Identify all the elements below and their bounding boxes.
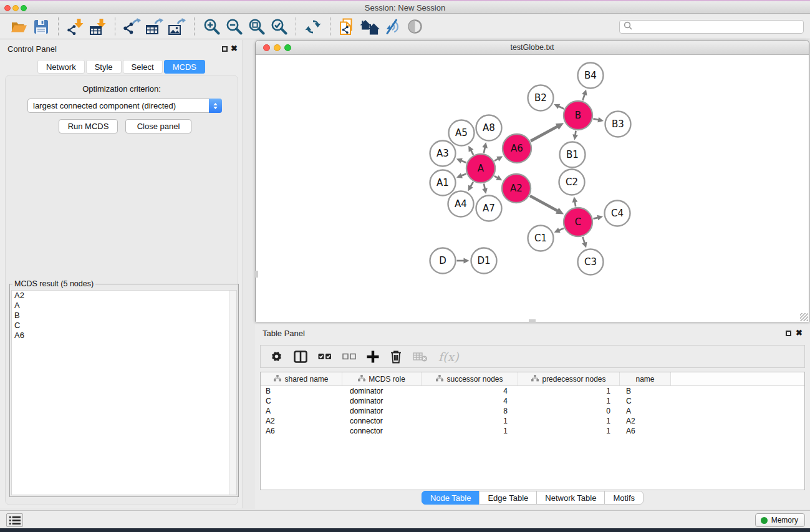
list-icon[interactable] (6, 513, 23, 527)
refresh-icon[interactable] (302, 16, 324, 37)
edge[interactable] (531, 127, 557, 142)
close-table-panel-icon[interactable]: ✖ (796, 328, 803, 337)
table-cell[interactable]: A6 (261, 426, 342, 436)
close-panel-icon[interactable]: ✖ (231, 44, 238, 53)
column-header-shared-name[interactable]: shared name (261, 372, 342, 385)
graph-node-A2[interactable]: A2 (502, 174, 531, 203)
graph-node-B1[interactable]: B1 (560, 142, 586, 168)
edge[interactable] (559, 106, 564, 109)
network-window-titlebar[interactable]: testGlobe.txt (256, 41, 809, 55)
table-cell[interactable]: A (620, 406, 671, 416)
hide-details-icon[interactable] (381, 16, 403, 37)
graph-node-A[interactable]: A (466, 154, 495, 183)
table-row[interactable]: Cdominator41C (261, 396, 804, 406)
table-cell[interactable]: 8 (422, 406, 518, 416)
table-cell[interactable]: 1 (518, 416, 620, 426)
run-mcds-button[interactable]: Run MCDS (59, 119, 118, 133)
network-canvas[interactable]: B4B2BB3A8A5A6A3B1AA1C2A2A4A7C4CC1DD1C3 (256, 55, 809, 322)
delete-icon[interactable] (390, 350, 402, 364)
table-cell[interactable]: 1 (422, 426, 518, 436)
tab-motifs[interactable]: Motifs (604, 491, 644, 505)
mcds-result-item[interactable]: A6 (12, 331, 236, 341)
table-cell[interactable]: C (620, 396, 671, 406)
edge[interactable] (575, 131, 576, 135)
table-cell[interactable]: dominator (342, 406, 422, 416)
column-header-successor-nodes[interactable]: successor nodes (422, 372, 518, 385)
clone-network-icon[interactable] (336, 16, 359, 37)
edge[interactable] (471, 150, 473, 155)
edge[interactable] (575, 201, 576, 206)
zoom-fit-icon[interactable] (245, 16, 268, 37)
resize-grip-icon[interactable] (800, 313, 808, 321)
edge[interactable] (582, 94, 584, 100)
mcds-result-item[interactable]: A (12, 301, 236, 311)
edge[interactable] (593, 218, 598, 219)
table-cell[interactable]: 4 (422, 396, 518, 406)
graph-node-C1[interactable]: C1 (528, 226, 554, 251)
edge[interactable] (461, 161, 466, 163)
table-cell[interactable]: C (261, 396, 342, 406)
table-cell[interactable]: B (261, 386, 342, 396)
mcds-result-item[interactable]: C (12, 321, 236, 331)
tab-node-table[interactable]: Node Table (422, 491, 480, 505)
vertical-scroll-thumb[interactable] (255, 271, 258, 278)
export-network-icon[interactable] (121, 16, 143, 37)
table-row[interactable]: Bdominator41B (261, 386, 804, 396)
zoom-selected-icon[interactable] (268, 16, 290, 37)
table-cell[interactable]: dominator (342, 386, 422, 396)
select-all-icon[interactable] (318, 352, 332, 361)
mcds-result-item[interactable]: A2 (12, 291, 236, 301)
table-cell[interactable]: A2 (620, 416, 671, 426)
graph-node-B[interactable]: B (564, 101, 592, 130)
deselect-all-icon[interactable] (342, 352, 356, 361)
gear-icon[interactable] (270, 350, 283, 363)
graph-node-B4[interactable]: B4 (578, 63, 604, 89)
table-cell[interactable]: dominator (342, 396, 422, 406)
graph-node-C[interactable]: C (564, 208, 592, 236)
edge[interactable] (582, 237, 584, 243)
columns-icon[interactable] (294, 351, 307, 363)
zoom-out-icon[interactable] (223, 16, 245, 37)
table-cell[interactable]: 1 (518, 386, 620, 396)
table-row[interactable]: A6connector11A6 (261, 426, 804, 436)
scrollbar-track[interactable] (229, 291, 236, 495)
zoom-in-icon[interactable] (200, 16, 223, 37)
graph-node-A4[interactable]: A4 (448, 191, 474, 217)
edge[interactable] (484, 183, 485, 189)
search-box[interactable] (619, 20, 804, 34)
horizontal-scroll-thumb[interactable] (529, 319, 536, 322)
table-cell[interactable]: connector (342, 426, 422, 436)
mcds-result-list[interactable]: A2ABCA6 (11, 290, 237, 495)
export-image-icon[interactable] (166, 16, 188, 37)
table-row[interactable]: Adominator80A (261, 406, 804, 416)
graph-node-D1[interactable]: D1 (471, 248, 497, 274)
mcds-result-item[interactable]: B (12, 311, 236, 321)
float-table-panel-icon[interactable] (786, 331, 791, 336)
column-header-predecessor-nodes[interactable]: predecessor nodes (518, 372, 620, 385)
add-icon[interactable] (367, 351, 379, 363)
search-input[interactable] (635, 22, 799, 31)
criterion-dropdown[interactable]: largest connected component (directed) (27, 99, 222, 113)
memory-button[interactable]: Memory (755, 513, 805, 527)
graph-node-C4[interactable]: C4 (605, 201, 630, 226)
edge[interactable] (470, 182, 473, 187)
graph-node-D[interactable]: D (430, 248, 456, 274)
float-panel-icon[interactable] (222, 46, 228, 52)
edge[interactable] (559, 228, 564, 231)
open-folder-icon[interactable] (7, 16, 30, 37)
tab-network-table[interactable]: Network Table (536, 491, 605, 505)
tab-mcds[interactable]: MCDS (164, 60, 205, 74)
node-table[interactable]: shared nameMCDS rolesuccessor nodesprede… (260, 372, 805, 490)
tab-edge-table[interactable]: Edge Table (479, 491, 537, 505)
table-cell[interactable]: connector (342, 416, 422, 426)
graph-node-B2[interactable]: B2 (528, 85, 554, 111)
table-cell[interactable]: A (261, 406, 342, 416)
edge[interactable] (461, 174, 466, 176)
tab-network[interactable]: Network (37, 60, 85, 74)
graph-node-C3[interactable]: C3 (578, 249, 604, 275)
tab-style[interactable]: Style (86, 60, 122, 74)
edge[interactable] (494, 158, 498, 160)
save-icon[interactable] (30, 16, 52, 37)
graph-node-A6[interactable]: A6 (503, 134, 531, 163)
table-cell[interactable]: B (620, 386, 671, 396)
